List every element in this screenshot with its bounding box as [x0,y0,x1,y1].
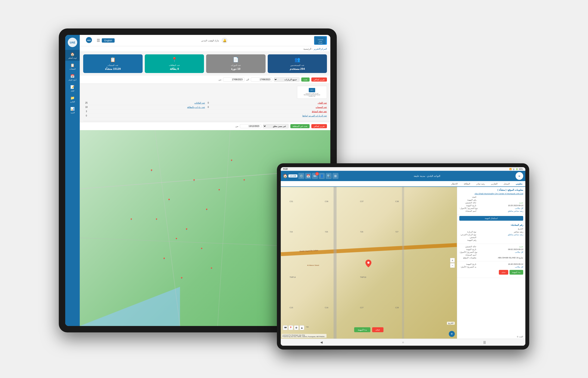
map-pin-red[interactable]: 📍 [192,179,196,182]
filter-tool[interactable]: ▲ [300,325,304,330]
bottom-filter: تقرير إضافي بحث في المنطقة غير مميز معلق… [80,122,330,130]
map-marker[interactable] [365,260,371,268]
panel-row-inspector: المفتش: [459,236,523,238]
sidebar-item-schedule[interactable]: 📅 أدوار الزيام [65,72,80,83]
new-report-button2[interactable]: تقرير إضافي [311,124,327,128]
from-date-input[interactable] [223,78,244,81]
header-logo-right: ABD [83,36,95,45]
sidebar-item-more[interactable]: 📊 المزيد [65,105,80,115]
settings-icon[interactable]: ⚙️ [298,173,304,179]
reports-icon: 📁 [70,95,75,100]
visits-dropdown[interactable]: جميع الزيارات [274,77,300,82]
add-button[interactable]: + [449,331,455,337]
start-task-button[interactable]: بدء المهمة [510,270,523,275]
search-icon[interactable]: 🔍 [326,173,332,179]
stats-section: 👥 عدد المستخدمين 294 مستخدم 📄 عدد الدورا… [80,52,330,76]
schedule-icon: 📅 [70,73,75,79]
content-area: C31 C36 C37 C38 724 725 726 727 TMP14 TM… [281,187,525,339]
start-task-map-button[interactable]: بدء المهمة [354,327,371,332]
col6-label[interactable]: عدد الزيارات التي تم إنهاؤها [89,115,327,117]
map-pin-red5[interactable]: 📍 [150,169,153,172]
grid-icon[interactable]: ⊞ [332,173,338,179]
person-icon[interactable]: 👤 [319,173,325,179]
map-water [80,228,180,326]
col1-label[interactable]: عدد البلاغات [89,102,205,104]
stat-card-users[interactable]: 👥 عدد المستخدمين 294 مستخدم [268,54,327,73]
sidebar-item-messages[interactable]: 📝 البيام [65,83,80,94]
bottom-date-input[interactable] [240,124,261,128]
zoom-in-button[interactable]: + [450,258,455,263]
search-area-button[interactable]: بحث في المنطقة [290,124,310,128]
pending-dropdown[interactable]: غير مميز معلق [263,124,289,128]
english-button[interactable]: English [102,38,115,43]
settings-tool[interactable]: ⚙ [294,325,299,330]
app-header: M التواجد البلدي - مدينة خليفة ⊞ 🔍 👤 En … [281,171,525,181]
stat-card-cards[interactable]: 📍 عدد البطاقات 8 بطاقة [145,54,204,73]
section-divider [83,121,327,121]
to-label: الى [246,78,249,81]
vertical-road2 [402,187,404,339]
app-logo: M [515,172,523,180]
location2-key: معلومات الموقع: [459,257,476,259]
stat-card-facilities[interactable]: 📋 عدد المنشآت 15129 منشأة [83,54,143,73]
back-nav-button[interactable]: ◀ [317,340,326,344]
home-icon[interactable]: 🏠 [283,174,288,178]
calendar-icon[interactable]: 📅 [305,173,311,179]
stat-card-courses[interactable]: 📄 عدد الدورات 10 دورة [206,54,266,73]
map-pin-red3[interactable]: 📍 [155,218,158,221]
map-pin-green6[interactable]: 📍 [210,267,213,270]
zoom-out-button[interactable]: − [450,263,455,268]
map-pin-red7[interactable]: 📍 [130,218,133,221]
en-badge-icon[interactable]: En 12 [312,173,318,179]
search-button[interactable]: بحث [301,78,310,81]
home-nav-button[interactable]: ○ [399,340,407,344]
tab-reports[interactable]: التقارير [488,181,500,187]
map-pin-green2[interactable]: 📍 [185,228,188,231]
users-value: 294 مستخدم [290,67,305,70]
map-pin-green3[interactable]: 📍 [175,238,178,241]
location-tool[interactable]: 📍 [288,325,293,330]
app-header-right: ⊞ 🔍 👤 En 12 📅 ⚙️ 1.0.138 🏠 [283,173,338,179]
col2-label[interactable]: عدد زيارات والبطاقة [89,106,205,108]
tab-record[interactable]: السجل [500,181,513,187]
sidebar-item-home[interactable]: 🏠 لوحة التحكم [65,50,80,61]
scene: UAE 🏠 لوحة التحكم 📋 المنشآت 📅 أدوار الزي… [59,28,529,350]
map-pin-green4[interactable]: 📍 [218,189,221,192]
complete-button-area: استكمال المهمة [457,215,525,222]
category-value [476,196,523,198]
sidebar-item-reports[interactable]: 📁 التقارير [65,94,80,105]
col5-label[interactable]: عقد خطة النشاط [89,110,327,113]
layers-tool[interactable]: 🗺 [283,325,288,330]
to-date-input[interactable] [251,78,272,81]
tab-monitor[interactable]: رصد صادر [473,181,488,187]
panel-row-tasknum: رقم المهمة: [459,199,523,201]
map-pin-red4[interactable]: 📍 [200,248,203,250]
notification-bell[interactable]: 🔔 [221,38,228,43]
complete-task-button[interactable]: استكمال المهمة [459,216,523,221]
delete-button[interactable]: حذف [499,270,508,275]
menu-nav-button[interactable]: ||| [480,340,489,344]
col4-label[interactable]: عدد المهمات [211,106,327,108]
tab-info[interactable]: معلومي [513,181,525,187]
location-link[interactable]: Abu Dhabi Municipality City Center Al Mu… [459,193,523,195]
community-logo-line1: المركز البلدية المجتمعية [306,93,318,94]
svg-text:Center: Center [319,41,322,42]
action-btns-row: بدء المهمة حذف [459,269,523,276]
delete-map-button[interactable]: حذف [372,327,383,332]
new-report-button[interactable]: تقرير إضافي [311,78,327,81]
map-pin-red6[interactable]: 📍 [230,160,233,162]
hamburger-menu[interactable]: ☰ [97,38,100,43]
vertical-road1 [333,187,337,339]
sidebar-item-facilities[interactable]: 📋 المنشآت [65,61,80,72]
right-panel: معلومات الموقع: ( منشأة ) Abu Dhabi Muni… [457,187,525,339]
map-pin-green5[interactable]: 📍 [163,257,166,260]
map-pin-red2[interactable]: 📍 [205,208,208,212]
map-pin-green1[interactable]: 📍 [167,199,171,202]
svg-text:UAE: UAE [70,41,75,44]
svg-text:C38: C38 [395,200,399,202]
tab-notification[interactable]: الإخطار [448,181,461,187]
col3-label[interactable]: عدد اللجان [211,102,327,104]
map-pin-green7[interactable]: 📍 [180,277,183,280]
tab-card[interactable]: البطاقة [461,181,473,187]
map-pin-green8[interactable]: 📍 [243,179,246,182]
